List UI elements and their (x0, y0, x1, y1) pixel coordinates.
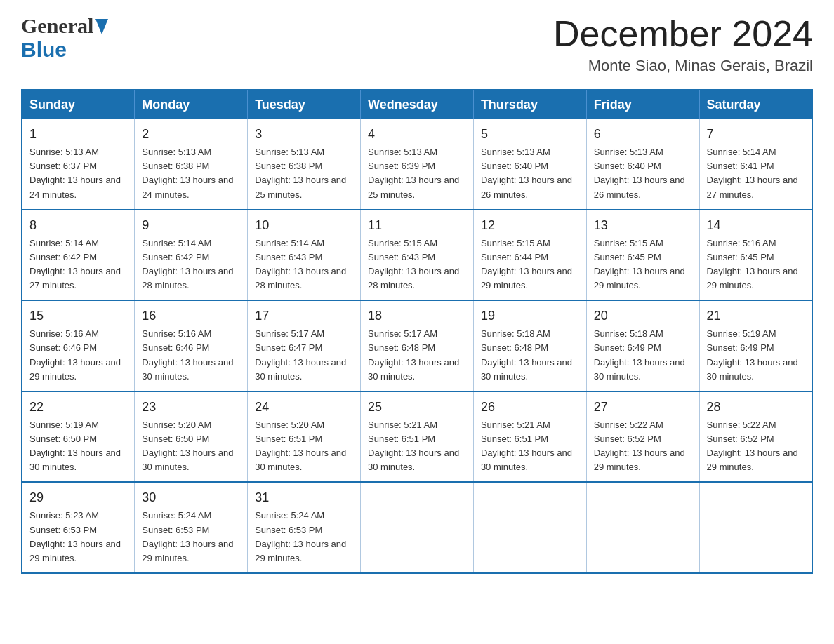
calendar-cell: 3Sunrise: 5:13 AMSunset: 6:38 PMDaylight… (248, 119, 361, 210)
day-info: Sunrise: 5:13 AMSunset: 6:39 PMDaylight:… (368, 147, 459, 199)
day-info: Sunrise: 5:15 AMSunset: 6:43 PMDaylight:… (368, 238, 459, 290)
weekday-header-sunday: Sunday (22, 90, 135, 119)
weekday-header-friday: Friday (586, 90, 699, 119)
calendar-table: SundayMondayTuesdayWednesdayThursdayFrid… (21, 89, 813, 574)
day-number: 26 (481, 398, 579, 417)
logo-blue-text: Blue (21, 38, 67, 61)
day-number: 8 (29, 216, 127, 235)
day-info: Sunrise: 5:23 AMSunset: 6:53 PMDaylight:… (29, 510, 121, 563)
day-info: Sunrise: 5:14 AMSunset: 6:43 PMDaylight:… (255, 238, 346, 290)
day-number: 20 (594, 307, 692, 326)
calendar-cell: 31Sunrise: 5:24 AMSunset: 6:53 PMDayligh… (248, 482, 361, 573)
day-number: 14 (707, 216, 805, 235)
day-info: Sunrise: 5:16 AMSunset: 6:45 PMDaylight:… (707, 238, 798, 290)
calendar-cell: 11Sunrise: 5:15 AMSunset: 6:43 PMDayligh… (361, 210, 474, 301)
day-info: Sunrise: 5:21 AMSunset: 6:51 PMDaylight:… (368, 420, 459, 472)
day-number: 5 (481, 125, 579, 144)
day-info: Sunrise: 5:15 AMSunset: 6:45 PMDaylight:… (594, 238, 685, 290)
calendar-cell: 30Sunrise: 5:24 AMSunset: 6:53 PMDayligh… (135, 482, 248, 573)
day-number: 22 (29, 398, 127, 417)
day-number: 25 (368, 398, 466, 417)
day-number: 4 (368, 125, 466, 144)
day-number: 3 (255, 125, 353, 144)
calendar-week-row: 15Sunrise: 5:16 AMSunset: 6:46 PMDayligh… (22, 300, 812, 391)
day-number: 21 (707, 307, 805, 326)
day-number: 12 (481, 216, 579, 235)
day-info: Sunrise: 5:20 AMSunset: 6:50 PMDaylight:… (142, 420, 233, 472)
calendar-week-row: 22Sunrise: 5:19 AMSunset: 6:50 PMDayligh… (22, 391, 812, 483)
calendar-cell: 23Sunrise: 5:20 AMSunset: 6:50 PMDayligh… (135, 391, 248, 483)
page-header: General Blue December 2024 Monte Siao, M… (21, 14, 813, 75)
title-area: December 2024 Monte Siao, Minas Gerais, … (553, 14, 813, 75)
calendar-cell: 25Sunrise: 5:21 AMSunset: 6:51 PMDayligh… (361, 391, 474, 483)
logo-general-text: General (21, 14, 93, 38)
day-number: 2 (142, 125, 240, 144)
weekday-header-monday: Monday (135, 90, 248, 119)
calendar-cell: 15Sunrise: 5:16 AMSunset: 6:46 PMDayligh… (22, 300, 135, 391)
calendar-cell (361, 482, 474, 573)
calendar-cell: 21Sunrise: 5:19 AMSunset: 6:49 PMDayligh… (699, 300, 812, 391)
day-info: Sunrise: 5:21 AMSunset: 6:51 PMDaylight:… (481, 420, 572, 472)
day-info: Sunrise: 5:19 AMSunset: 6:50 PMDaylight:… (29, 420, 121, 472)
calendar-cell: 6Sunrise: 5:13 AMSunset: 6:40 PMDaylight… (586, 119, 699, 210)
day-number: 13 (594, 216, 692, 235)
day-info: Sunrise: 5:13 AMSunset: 6:38 PMDaylight:… (255, 147, 346, 199)
day-info: Sunrise: 5:13 AMSunset: 6:40 PMDaylight:… (481, 147, 572, 199)
day-info: Sunrise: 5:16 AMSunset: 6:46 PMDaylight:… (142, 328, 233, 381)
svg-marker-0 (95, 19, 108, 34)
calendar-week-row: 8Sunrise: 5:14 AMSunset: 6:42 PMDaylight… (22, 210, 812, 301)
day-number: 27 (594, 398, 692, 417)
weekday-header-row: SundayMondayTuesdayWednesdayThursdayFrid… (22, 90, 812, 119)
day-info: Sunrise: 5:18 AMSunset: 6:48 PMDaylight:… (481, 328, 572, 381)
calendar-week-row: 1Sunrise: 5:13 AMSunset: 6:37 PMDaylight… (22, 119, 812, 210)
calendar-cell: 28Sunrise: 5:22 AMSunset: 6:52 PMDayligh… (699, 391, 812, 483)
day-info: Sunrise: 5:13 AMSunset: 6:40 PMDaylight:… (594, 147, 685, 199)
calendar-cell (699, 482, 812, 573)
month-title: December 2024 (553, 14, 813, 54)
calendar-cell: 14Sunrise: 5:16 AMSunset: 6:45 PMDayligh… (699, 210, 812, 301)
logo: General Blue (21, 14, 108, 62)
calendar-cell: 17Sunrise: 5:17 AMSunset: 6:47 PMDayligh… (248, 300, 361, 391)
calendar-cell: 4Sunrise: 5:13 AMSunset: 6:39 PMDaylight… (361, 119, 474, 210)
day-number: 28 (707, 398, 805, 417)
weekday-header-saturday: Saturday (699, 90, 812, 119)
calendar-cell: 16Sunrise: 5:16 AMSunset: 6:46 PMDayligh… (135, 300, 248, 391)
logo-arrow-icon (95, 19, 108, 37)
day-number: 19 (481, 307, 579, 326)
calendar-cell: 26Sunrise: 5:21 AMSunset: 6:51 PMDayligh… (473, 391, 586, 483)
calendar-cell: 10Sunrise: 5:14 AMSunset: 6:43 PMDayligh… (248, 210, 361, 301)
day-info: Sunrise: 5:14 AMSunset: 6:41 PMDaylight:… (707, 147, 798, 199)
calendar-cell: 18Sunrise: 5:17 AMSunset: 6:48 PMDayligh… (361, 300, 474, 391)
day-number: 6 (594, 125, 692, 144)
day-number: 16 (142, 307, 240, 326)
day-info: Sunrise: 5:13 AMSunset: 6:37 PMDaylight:… (29, 147, 121, 199)
calendar-cell (586, 482, 699, 573)
day-info: Sunrise: 5:22 AMSunset: 6:52 PMDaylight:… (707, 420, 798, 472)
calendar-cell: 27Sunrise: 5:22 AMSunset: 6:52 PMDayligh… (586, 391, 699, 483)
weekday-header-thursday: Thursday (473, 90, 586, 119)
day-number: 10 (255, 216, 353, 235)
weekday-header-tuesday: Tuesday (248, 90, 361, 119)
weekday-header-wednesday: Wednesday (361, 90, 474, 119)
calendar-cell: 2Sunrise: 5:13 AMSunset: 6:38 PMDaylight… (135, 119, 248, 210)
location-text: Monte Siao, Minas Gerais, Brazil (553, 57, 813, 75)
day-number: 1 (29, 125, 127, 144)
day-info: Sunrise: 5:20 AMSunset: 6:51 PMDaylight:… (255, 420, 346, 472)
day-number: 24 (255, 398, 353, 417)
day-info: Sunrise: 5:14 AMSunset: 6:42 PMDaylight:… (29, 238, 121, 290)
calendar-cell: 9Sunrise: 5:14 AMSunset: 6:42 PMDaylight… (135, 210, 248, 301)
day-info: Sunrise: 5:16 AMSunset: 6:46 PMDaylight:… (29, 328, 121, 381)
day-info: Sunrise: 5:17 AMSunset: 6:48 PMDaylight:… (368, 328, 459, 381)
calendar-cell: 1Sunrise: 5:13 AMSunset: 6:37 PMDaylight… (22, 119, 135, 210)
day-info: Sunrise: 5:24 AMSunset: 6:53 PMDaylight:… (142, 510, 233, 563)
calendar-cell: 24Sunrise: 5:20 AMSunset: 6:51 PMDayligh… (248, 391, 361, 483)
day-number: 9 (142, 216, 240, 235)
day-number: 31 (255, 488, 353, 507)
day-info: Sunrise: 5:19 AMSunset: 6:49 PMDaylight:… (707, 328, 798, 381)
calendar-cell: 29Sunrise: 5:23 AMSunset: 6:53 PMDayligh… (22, 482, 135, 573)
day-info: Sunrise: 5:22 AMSunset: 6:52 PMDaylight:… (594, 420, 685, 472)
calendar-cell: 20Sunrise: 5:18 AMSunset: 6:49 PMDayligh… (586, 300, 699, 391)
calendar-cell (473, 482, 586, 573)
day-number: 7 (707, 125, 805, 144)
calendar-cell: 8Sunrise: 5:14 AMSunset: 6:42 PMDaylight… (22, 210, 135, 301)
